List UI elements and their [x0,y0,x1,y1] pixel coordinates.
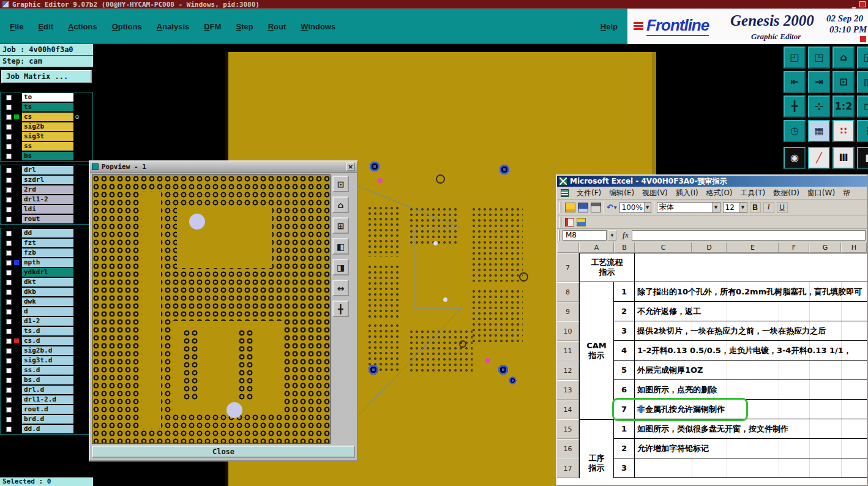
layer-visibility-checkbox[interactable] [6,207,12,212]
layer-name[interactable]: brd.d [22,415,73,424]
layer-name[interactable]: 2rd [22,185,73,194]
layer-row[interactable]: d [1,307,92,316]
excel-menu-item[interactable]: 视图(V) [642,188,668,198]
layer-visibility-checkbox[interactable] [6,178,12,183]
row-header[interactable]: 14 [557,400,579,419]
layer-row[interactable]: ss.d [1,365,92,375]
column-header[interactable]: D [692,242,727,253]
layer-name[interactable]: dd [22,229,73,237]
popview-tool-button[interactable]: ⊞ [332,217,349,234]
layer-name[interactable]: fzb [22,249,73,257]
excel-cell-number[interactable]: 6 [614,380,635,400]
layer-name[interactable]: rout [22,215,73,223]
layer-row[interactable]: dd [1,228,92,238]
layer-row[interactable]: dkb [1,287,92,297]
layer-name[interactable]: d1-2 [22,317,73,326]
toolbar-grip[interactable] [559,217,561,228]
layer-name[interactable]: npth [22,258,73,267]
excel-cell-number[interactable]: 1 [614,282,635,302]
layer-name[interactable]: drl [22,166,73,174]
formula-input[interactable] [632,230,866,241]
layer-visibility-checkbox[interactable] [6,105,12,110]
popview-tool-button[interactable]: ◨ [332,259,349,275]
layer-visibility-checkbox[interactable] [6,280,12,285]
column-header[interactable]: A [579,242,614,253]
popview-tool-button[interactable]: ╋ [332,301,349,317]
menu-item[interactable]: DFM [204,22,221,31]
layer-visibility-checkbox[interactable] [6,187,12,193]
cam-tool-button[interactable]: ⊹ [808,95,830,118]
layer-row[interactable]: ss [1,141,92,151]
layer-row[interactable]: drl.d [1,385,92,395]
layer-row[interactable]: dd.d [1,424,92,434]
layer-row[interactable]: fzt [1,238,92,248]
row-header[interactable]: 11 [557,341,579,361]
menu-item[interactable]: Windows [301,22,335,31]
pdf-export-icon[interactable] [565,218,574,226]
menu-item[interactable]: Actions [68,22,97,31]
layer-row[interactable]: brd.d [1,414,92,424]
layer-visibility-checkbox[interactable] [6,134,12,140]
excel-cell-number[interactable]: 5 [614,361,635,380]
layer-visibility-checkbox[interactable] [6,387,12,393]
chart-tool-icon[interactable] [577,218,586,226]
popview-tool-button[interactable]: ⊡ [332,176,349,192]
layer-visibility-checkbox[interactable] [6,338,12,344]
underline-button[interactable]: U [777,202,788,213]
column-header[interactable]: B [614,242,635,253]
row-header[interactable]: 10 [557,321,579,341]
layer-row[interactable]: dwk [1,297,92,307]
job-matrix-button[interactable]: Job Matrix ... [1,70,92,83]
minimize-icon[interactable]: ▁ [852,1,856,8]
popview-canvas[interactable] [92,174,331,444]
layer-name[interactable]: bs [22,152,73,160]
excel-menu-item[interactable]: 插入(I) [676,188,698,198]
name-box[interactable]: M8 [563,230,607,241]
menu-item[interactable]: File [10,22,23,31]
layer-name[interactable]: ss.d [22,366,73,375]
menu-item-help[interactable]: Help [600,22,618,31]
excel-titlebar[interactable]: Microsoft Excel - 4V00H0F3A0-预审指示 [557,176,867,187]
layer-visibility-checkbox[interactable] [6,168,12,173]
cam-tool-button[interactable]: ◻ [857,95,868,118]
excel-menu-item[interactable]: 编辑(E) [609,188,634,198]
column-header[interactable]: E [727,242,779,253]
save-icon[interactable] [578,203,588,212]
excel-cell-instruction[interactable]: 非金属孔按允许漏铜制作 [635,400,867,419]
cam-tool-button[interactable]: ◱ [857,47,868,69]
cam-tool-button[interactable]: ╱ [808,147,830,169]
layer-row[interactable]: bs.d [1,375,92,385]
layer-row[interactable]: rout [1,214,92,224]
layer-row[interactable]: sig3t [1,132,92,141]
excel-menu-item[interactable]: 文件(F) [577,188,601,198]
layer-row[interactable]: ts [1,102,92,112]
excel-cell-number[interactable]: 1 [614,419,635,439]
cam-tool-button[interactable]: ⊡ [832,71,855,93]
cam-tool-button[interactable]: ▥ [857,71,868,93]
popview-close-button[interactable]: Close [92,446,355,458]
cam-tool-button[interactable]: ⇥ [808,71,830,93]
layer-name[interactable]: ts [22,103,73,111]
font-combobox[interactable]: 宋体 ▼ [657,202,720,213]
menu-item[interactable]: Step [236,22,253,31]
layer-visibility-checkbox[interactable] [6,197,12,203]
layer-visibility-checkbox[interactable] [6,358,12,364]
excel-menu-item[interactable]: 数据(D) [773,188,799,198]
layer-visibility-checkbox[interactable] [6,95,12,100]
cam-tool-button[interactable]: ▦ [808,120,830,142]
excel-cell-instruction[interactable]: 如图所示，类似很多盘无开窗，按文件制作 [635,419,867,439]
layer-visibility-checkbox[interactable] [6,290,12,295]
layer-row[interactable]: rout.d [1,405,92,414]
layer-row[interactable]: d1-2 [1,316,92,326]
excel-cell-number[interactable]: 3 [614,458,635,478]
excel-cell-number[interactable]: 2 [614,439,635,458]
excel-menu-item[interactable]: 格式(O) [706,188,733,198]
popview-tool-button[interactable]: ↔ [332,280,349,296]
layer-row[interactable]: sig2b [1,122,92,132]
layer-visibility-checkbox[interactable] [6,241,12,246]
excel-cell-number[interactable]: 4 [614,341,635,361]
layer-visibility-checkbox[interactable] [6,217,12,222]
column-header[interactable]: C [635,242,692,253]
layer-visibility-checkbox[interactable] [6,124,12,130]
popview-tool-button[interactable]: ◧ [332,238,349,255]
